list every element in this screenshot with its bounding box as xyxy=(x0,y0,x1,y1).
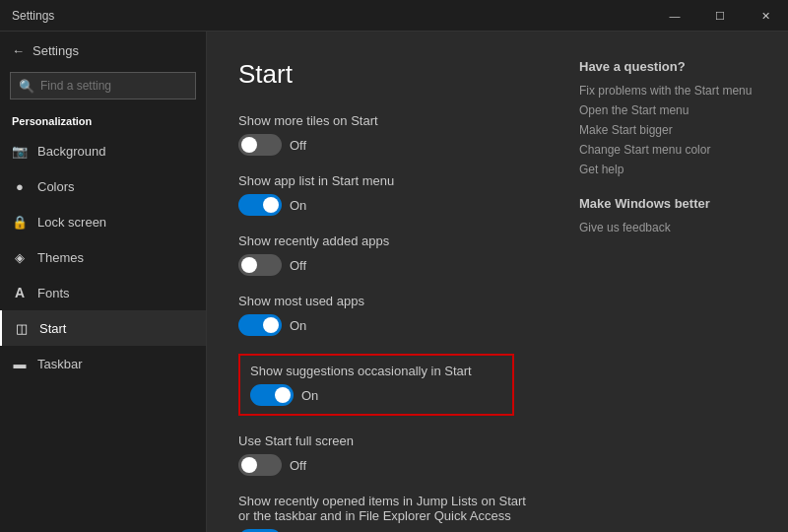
toggle-track-use-full-screen xyxy=(238,454,282,476)
toggle-thumb-use-full-screen xyxy=(241,457,257,473)
sidebar-item-fonts[interactable]: A Fonts xyxy=(0,275,206,310)
titlebar: Settings — ☐ ✕ xyxy=(0,0,788,32)
sidebar-item-lock-screen[interactable]: 🔒 Lock screen xyxy=(0,204,206,239)
setting-show-recently-opened: Show recently opened items in Jump Lists… xyxy=(238,494,540,532)
setting-label-show-suggestions: Show suggestions occasionally in Start xyxy=(250,364,502,378)
setting-label-show-most-used: Show most used apps xyxy=(238,294,540,308)
toggle-state-show-recently-added: Off xyxy=(290,258,306,273)
fonts-icon: A xyxy=(12,285,28,300)
toggle-thumb-show-more-tiles xyxy=(241,137,257,153)
titlebar-title: Settings xyxy=(12,9,54,23)
sidebar-label-fonts: Fonts xyxy=(37,286,70,300)
feedback-link[interactable]: Give us feedback xyxy=(579,221,756,234)
close-button[interactable]: ✕ xyxy=(743,0,788,32)
setting-label-show-app-list: Show app list in Start menu xyxy=(238,173,540,188)
back-label: Settings xyxy=(33,43,79,58)
titlebar-controls: — ☐ ✕ xyxy=(652,0,788,31)
toggle-thumb-show-recently-added xyxy=(241,257,257,273)
sidebar-item-colors[interactable]: ● Colors xyxy=(0,168,206,204)
search-box[interactable]: 🔍 xyxy=(10,72,196,100)
back-button[interactable]: ← Settings xyxy=(0,35,206,66)
toggle-show-suggestions[interactable] xyxy=(250,384,294,406)
themes-icon: ◈ xyxy=(12,249,28,265)
toggle-state-show-app-list: On xyxy=(290,198,306,213)
sidebar-item-start[interactable]: ◫ Start xyxy=(0,310,206,346)
toggle-thumb-show-most-used xyxy=(263,317,279,333)
help-link-bigger[interactable]: Make Start bigger xyxy=(579,123,756,137)
setting-label-show-more-tiles: Show more tiles on Start xyxy=(238,113,540,128)
sidebar-label-colors: Colors xyxy=(37,179,75,194)
section-title: Personalization xyxy=(0,105,206,133)
help-heading: Have a question? xyxy=(579,59,756,74)
toggle-show-most-used[interactable] xyxy=(238,314,282,336)
toggle-track-show-most-used xyxy=(238,314,282,336)
page-title: Start xyxy=(238,59,540,90)
sidebar-label-start: Start xyxy=(39,321,66,336)
setting-label-show-recently-added: Show recently added apps xyxy=(238,233,540,248)
taskbar-icon: ▬ xyxy=(12,356,28,371)
toggle-state-use-full-screen: Off xyxy=(290,458,306,473)
setting-use-full-screen: Use Start full screen Off xyxy=(238,433,540,476)
sidebar-label-themes: Themes xyxy=(37,250,84,265)
feedback-heading: Make Windows better xyxy=(579,196,756,211)
toggle-wrapper-use-full-screen: Off xyxy=(238,454,540,476)
sidebar-label-lock-screen: Lock screen xyxy=(37,215,106,230)
toggle-state-show-more-tiles: Off xyxy=(290,138,306,153)
lock-icon: 🔒 xyxy=(12,214,28,230)
sidebar-item-taskbar[interactable]: ▬ Taskbar xyxy=(0,346,206,381)
app-body: ← Settings 🔍 Personalization 📷 Backgroun… xyxy=(0,32,788,532)
background-icon: 📷 xyxy=(12,143,28,159)
toggle-wrapper-show-recently-added: Off xyxy=(238,254,540,276)
search-icon: 🔍 xyxy=(19,79,34,94)
toggle-show-app-list[interactable] xyxy=(238,194,282,216)
content-main: Start Show more tiles on Start Off Show … xyxy=(238,59,540,504)
toggle-wrapper-show-most-used: On xyxy=(238,314,540,336)
setting-show-suggestions-highlighted: Show suggestions occasionally in Start O… xyxy=(238,354,514,416)
help-panel: Have a question? Fix problems with the S… xyxy=(579,59,756,504)
toggle-thumb-show-suggestions xyxy=(275,387,291,403)
help-link-fix[interactable]: Fix problems with the Start menu xyxy=(579,84,756,98)
toggle-wrapper-show-more-tiles: Off xyxy=(238,134,540,156)
toggle-wrapper-show-app-list: On xyxy=(238,194,540,216)
sidebar-label-taskbar: Taskbar xyxy=(37,357,83,371)
toggle-thumb-show-app-list xyxy=(263,197,279,213)
help-link-get-help[interactable]: Get help xyxy=(579,163,756,176)
setting-show-app-list: Show app list in Start menu On xyxy=(238,173,540,216)
back-arrow-icon: ← xyxy=(12,43,25,58)
toggle-track-show-suggestions xyxy=(250,384,294,406)
minimize-button[interactable]: — xyxy=(652,0,697,32)
toggle-track-show-recently-added xyxy=(238,254,282,276)
search-input[interactable] xyxy=(40,79,187,93)
feedback-section: Make Windows better Give us feedback xyxy=(579,196,756,234)
setting-label-show-recently-opened: Show recently opened items in Jump Lists… xyxy=(238,494,540,523)
setting-show-most-used: Show most used apps On xyxy=(238,294,540,336)
toggle-show-more-tiles[interactable] xyxy=(238,134,282,156)
setting-label-use-full-screen: Use Start full screen xyxy=(238,433,540,448)
sidebar-item-themes[interactable]: ◈ Themes xyxy=(0,239,206,275)
help-link-color[interactable]: Change Start menu color xyxy=(579,143,756,157)
sidebar-item-background[interactable]: 📷 Background xyxy=(0,133,206,168)
sidebar-label-background: Background xyxy=(37,144,105,159)
maximize-button[interactable]: ☐ xyxy=(697,0,743,32)
help-link-open[interactable]: Open the Start menu xyxy=(579,103,756,117)
toggle-use-full-screen[interactable] xyxy=(238,454,282,476)
start-icon: ◫ xyxy=(14,320,30,336)
toggle-state-show-most-used: On xyxy=(290,318,306,333)
toggle-wrapper-show-suggestions: On xyxy=(250,384,502,406)
setting-show-more-tiles: Show more tiles on Start Off xyxy=(238,113,540,156)
sidebar: ← Settings 🔍 Personalization 📷 Backgroun… xyxy=(0,32,207,532)
colors-icon: ● xyxy=(12,178,28,194)
toggle-show-recently-added[interactable] xyxy=(238,254,282,276)
toggle-state-show-suggestions: On xyxy=(301,388,318,403)
toggle-track-show-app-list xyxy=(238,194,282,216)
setting-show-recently-added: Show recently added apps Off xyxy=(238,233,540,276)
toggle-track-show-more-tiles xyxy=(238,134,282,156)
content-area: Start Show more tiles on Start Off Show … xyxy=(207,32,788,532)
